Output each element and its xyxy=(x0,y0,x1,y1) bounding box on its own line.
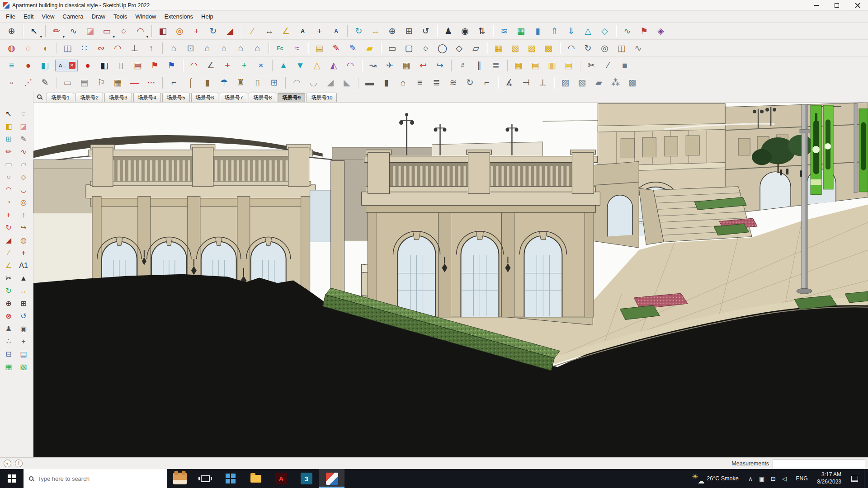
top-view-button[interactable]: ⊡ xyxy=(183,41,198,56)
pyramid-tool[interactable]: △ xyxy=(309,58,325,73)
front-view-button[interactable]: ⌂ xyxy=(199,41,215,56)
menu-help[interactable]: Help xyxy=(197,12,217,21)
mini-toolbar-window[interactable]: A... ✕ xyxy=(55,60,78,71)
pinned-app-grid[interactable] xyxy=(218,469,243,488)
scene-tab-4[interactable]: 场景号4 xyxy=(133,93,161,102)
rotated-grid-tool[interactable]: ▧ xyxy=(507,41,523,56)
menu-file[interactable]: File xyxy=(2,12,19,21)
level-tool[interactable]: ⊣ xyxy=(518,75,534,90)
bubble-tool[interactable]: ◌ xyxy=(20,41,36,56)
axes-tool[interactable]: + xyxy=(311,23,327,38)
panel-tool[interactable]: ▭ xyxy=(60,75,75,90)
close-icon[interactable]: ✕ xyxy=(69,62,75,69)
3d-text-tool[interactable]: A xyxy=(328,23,344,38)
dropdown-arrow-icon[interactable]: ▾ xyxy=(40,35,42,39)
profile-tool[interactable]: ⌐ xyxy=(166,75,182,90)
push-pull-tool[interactable]: ◧ xyxy=(155,23,171,38)
3d-text-tool[interactable]: ▲ xyxy=(17,272,31,284)
cone-tool[interactable]: ▲ xyxy=(276,58,292,73)
scale-tool[interactable]: ◢ xyxy=(222,23,238,38)
furniture-tool[interactable]: ♜ xyxy=(233,75,249,90)
extension-diamond-tool[interactable]: ◈ xyxy=(653,23,669,38)
start-button[interactable] xyxy=(0,469,24,488)
protractor-tool[interactable]: ∠ xyxy=(278,23,294,38)
components-panel-tool[interactable]: ◧ xyxy=(37,58,53,73)
paint-bucket-tool[interactable]: ◧ xyxy=(2,120,16,132)
position-camera-tool[interactable]: ♟ xyxy=(440,23,456,38)
slope-tool[interactable]: ◢ xyxy=(322,75,338,90)
table-columns-tool[interactable]: ▥ xyxy=(544,58,560,73)
show-desktop-button[interactable] xyxy=(864,469,867,488)
materials-panel-tool[interactable]: ● xyxy=(20,58,36,73)
scene-tab-10[interactable]: 场景号10 xyxy=(307,93,337,102)
section-display-tool[interactable]: ▤ xyxy=(17,348,31,360)
offset-tool[interactable]: ◎ xyxy=(17,196,31,208)
drop-tool[interactable]: ▼ xyxy=(292,58,308,73)
l-stair-tool[interactable]: ≣ xyxy=(429,75,444,90)
bw-display-tool[interactable]: ◧ xyxy=(97,58,113,73)
two-point-arc-tool[interactable]: ◡ xyxy=(17,183,31,196)
text-tool[interactable]: A1 xyxy=(17,259,31,272)
soap-skin-tool[interactable]: ◍ xyxy=(4,41,19,56)
shape-ellipse-tool[interactable]: ◯ xyxy=(434,41,450,56)
tags-panel-tool[interactable]: ≡ xyxy=(4,58,19,73)
lasso-select-tool[interactable]: ◌ xyxy=(17,108,31,120)
roof-tool[interactable]: ⌂ xyxy=(395,75,411,90)
blue-marker-tool[interactable]: ✎ xyxy=(345,41,361,56)
fence-tool[interactable]: # xyxy=(455,58,471,73)
weld-edges-tool[interactable]: ∾ xyxy=(93,41,109,56)
umbrella-tool[interactable]: ☂ xyxy=(216,75,232,90)
shape-parallelogram-tool[interactable]: ▱ xyxy=(468,41,484,56)
zoom-tool[interactable]: ⊕ xyxy=(2,297,16,310)
menu-extensions[interactable]: Extensions xyxy=(160,12,198,21)
zoom-tool[interactable]: ⊕ xyxy=(384,23,400,38)
section-plane-tool[interactable]: ⊟ xyxy=(2,348,16,360)
extension-flag-tool[interactable]: ⚑ xyxy=(636,23,652,38)
iso-view-button[interactable]: ⌂ xyxy=(166,41,182,56)
polygon-tool[interactable]: ◇ xyxy=(17,171,31,183)
right-view-button[interactable]: ⌂ xyxy=(216,41,232,56)
text-tool[interactable]: A xyxy=(295,23,311,38)
scissors-tool[interactable]: ✂ xyxy=(584,58,599,73)
floor-tool[interactable]: ▬ xyxy=(362,75,377,90)
perpendicular-face-tool[interactable]: ⊥ xyxy=(127,41,142,56)
push-pull-tool[interactable]: ↑ xyxy=(17,209,31,221)
eraser-tool[interactable]: ◪ xyxy=(82,23,98,38)
stamp-tool[interactable]: ⇑ xyxy=(547,23,562,38)
panel-lines-tool[interactable]: ▤ xyxy=(76,75,92,90)
look-around-tool[interactable]: ◉ xyxy=(17,323,31,335)
table-cells-tool[interactable]: ▤ xyxy=(528,58,543,73)
sketchup-taskbar-button[interactable] xyxy=(319,469,344,488)
move-tool[interactable]: + xyxy=(189,23,204,38)
follow-me-tool[interactable]: ↪ xyxy=(17,221,31,234)
straight-stair-tool[interactable]: ≡ xyxy=(412,75,428,90)
minimize-button[interactable] xyxy=(806,0,826,10)
menu-tools[interactable]: Tools xyxy=(109,12,131,21)
scene-tab-2[interactable]: 场景号2 xyxy=(75,93,103,102)
geolocation-icon[interactable]: ◐ xyxy=(4,460,11,467)
sandbox-from-contours-tool[interactable]: ≋ xyxy=(496,23,512,38)
white-display-tool[interactable]: ▯ xyxy=(113,58,129,73)
texture-tool[interactable]: ▨ xyxy=(557,75,573,90)
hidden-icons-chevron[interactable]: ∧ xyxy=(745,469,756,488)
search-input[interactable] xyxy=(38,475,146,482)
rotated-rectangle-tool[interactable]: ▱ xyxy=(17,158,31,170)
escalator-tool[interactable]: ≣ xyxy=(488,58,504,73)
scene-tab-8[interactable]: 场景号8 xyxy=(249,93,276,102)
section-cut-tool[interactable]: ✂ xyxy=(2,272,16,284)
tape-measure-tool[interactable]: ∕ xyxy=(2,247,16,259)
dropdown-arrow-icon[interactable]: ▾ xyxy=(113,35,115,39)
shape-rectangle-tool[interactable]: ▭ xyxy=(384,41,400,56)
solid-box-tool[interactable]: ■ xyxy=(617,58,633,73)
zigzag-tool[interactable]: ∿ xyxy=(630,41,646,56)
door-tool[interactable]: ▯ xyxy=(250,75,265,90)
dimension-tool[interactable]: ↔ xyxy=(261,23,277,38)
eraser-tool[interactable]: ◪ xyxy=(17,120,31,132)
arc-segment-tool[interactable]: ◠ xyxy=(563,41,579,56)
scale-tool[interactable]: ◢ xyxy=(2,234,16,246)
volume-icon[interactable]: ◁ xyxy=(779,469,790,488)
flip-edge-tool[interactable]: ◇ xyxy=(597,23,613,38)
scene-tab-7[interactable]: 场景号7 xyxy=(220,93,247,102)
previous-view-tool[interactable]: ↺ xyxy=(17,310,31,322)
left-view-button[interactable]: ⌂ xyxy=(250,41,265,56)
